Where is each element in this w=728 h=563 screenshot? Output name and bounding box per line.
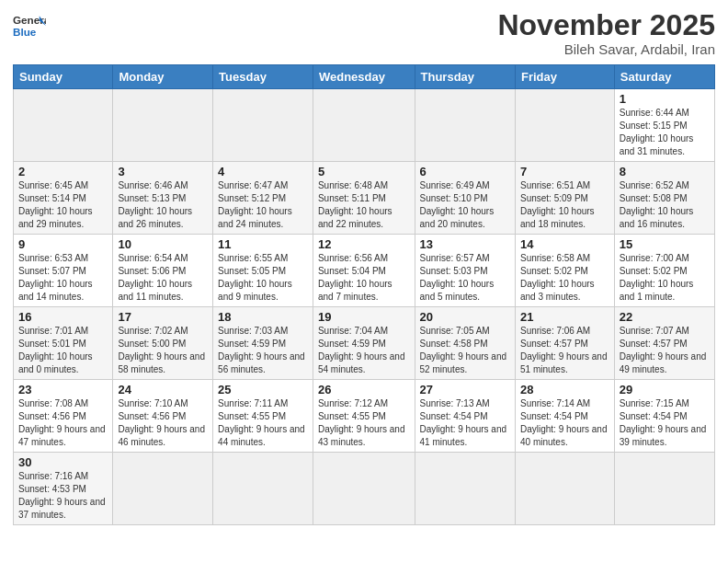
day-number: 24 bbox=[118, 383, 208, 396]
calendar-week-row: 1Sunrise: 6:44 AM Sunset: 5:15 PM Daylig… bbox=[14, 89, 715, 162]
day-info: Sunrise: 6:53 AM Sunset: 5:07 PM Dayligh… bbox=[18, 252, 108, 304]
day-number: 7 bbox=[520, 165, 609, 178]
day-info: Sunrise: 6:47 AM Sunset: 5:12 PM Dayligh… bbox=[218, 179, 308, 231]
title-area: November 2025 Bileh Savar, Ardabil, Iran bbox=[497, 9, 715, 57]
day-info: Sunrise: 6:56 AM Sunset: 5:04 PM Dayligh… bbox=[318, 252, 410, 304]
table-row: 3Sunrise: 6:46 AM Sunset: 5:13 PM Daylig… bbox=[113, 162, 213, 235]
day-number: 18 bbox=[218, 310, 308, 324]
table-row bbox=[415, 453, 515, 525]
table-row: 13Sunrise: 6:57 AM Sunset: 5:03 PM Dayli… bbox=[415, 235, 515, 307]
table-row: 18Sunrise: 7:03 AM Sunset: 4:59 PM Dayli… bbox=[213, 307, 313, 380]
table-row: 26Sunrise: 7:12 AM Sunset: 4:55 PM Dayli… bbox=[313, 380, 415, 453]
day-info: Sunrise: 7:03 AM Sunset: 4:59 PM Dayligh… bbox=[218, 325, 308, 376]
table-row bbox=[113, 89, 213, 162]
day-number: 17 bbox=[118, 310, 208, 324]
day-info: Sunrise: 7:12 AM Sunset: 4:55 PM Dayligh… bbox=[318, 397, 410, 449]
header-wednesday: Wednesday bbox=[313, 65, 415, 89]
day-number: 11 bbox=[218, 237, 308, 251]
table-row bbox=[313, 89, 415, 162]
day-info: Sunrise: 7:15 AM Sunset: 4:54 PM Dayligh… bbox=[620, 397, 710, 449]
header-friday: Friday bbox=[515, 65, 614, 89]
table-row: 6Sunrise: 6:49 AM Sunset: 5:10 PM Daylig… bbox=[415, 162, 515, 235]
day-number: 14 bbox=[520, 237, 609, 251]
table-row: 1Sunrise: 6:44 AM Sunset: 5:15 PM Daylig… bbox=[614, 89, 714, 162]
table-row: 29Sunrise: 7:15 AM Sunset: 4:54 PM Dayli… bbox=[614, 380, 714, 453]
table-row: 2Sunrise: 6:45 AM Sunset: 5:14 PM Daylig… bbox=[14, 162, 113, 235]
table-row: 17Sunrise: 7:02 AM Sunset: 5:00 PM Dayli… bbox=[113, 307, 213, 380]
header-saturday: Saturday bbox=[614, 65, 714, 89]
table-row: 30Sunrise: 7:16 AM Sunset: 4:53 PM Dayli… bbox=[14, 453, 113, 525]
header-monday: Monday bbox=[113, 65, 213, 89]
day-info: Sunrise: 7:13 AM Sunset: 4:54 PM Dayligh… bbox=[420, 397, 510, 449]
day-info: Sunrise: 7:02 AM Sunset: 5:00 PM Dayligh… bbox=[118, 325, 208, 376]
table-row: 25Sunrise: 7:11 AM Sunset: 4:55 PM Dayli… bbox=[213, 380, 313, 453]
table-row bbox=[515, 453, 614, 525]
day-info: Sunrise: 7:14 AM Sunset: 4:54 PM Dayligh… bbox=[520, 397, 609, 449]
header-sunday: Sunday bbox=[14, 65, 113, 89]
day-info: Sunrise: 6:58 AM Sunset: 5:02 PM Dayligh… bbox=[520, 252, 609, 304]
table-row bbox=[213, 453, 313, 525]
table-row: 15Sunrise: 7:00 AM Sunset: 5:02 PM Dayli… bbox=[614, 235, 714, 307]
table-row bbox=[14, 89, 113, 162]
table-row bbox=[415, 89, 515, 162]
svg-text:Blue: Blue bbox=[13, 26, 37, 38]
header-tuesday: Tuesday bbox=[213, 65, 313, 89]
calendar-week-row: 9Sunrise: 6:53 AM Sunset: 5:07 PM Daylig… bbox=[14, 235, 715, 307]
table-row: 9Sunrise: 6:53 AM Sunset: 5:07 PM Daylig… bbox=[14, 235, 113, 307]
table-row: 21Sunrise: 7:06 AM Sunset: 4:57 PM Dayli… bbox=[515, 307, 614, 380]
table-row: 14Sunrise: 6:58 AM Sunset: 5:02 PM Dayli… bbox=[515, 235, 614, 307]
table-row: 20Sunrise: 7:05 AM Sunset: 4:58 PM Dayli… bbox=[415, 307, 515, 380]
day-number: 15 bbox=[620, 237, 710, 251]
table-row: 5Sunrise: 6:48 AM Sunset: 5:11 PM Daylig… bbox=[313, 162, 415, 235]
logo: General Blue bbox=[13, 9, 46, 42]
day-number: 29 bbox=[620, 383, 710, 396]
table-row: 22Sunrise: 7:07 AM Sunset: 4:57 PM Dayli… bbox=[614, 307, 714, 380]
table-row bbox=[515, 89, 614, 162]
day-info: Sunrise: 6:52 AM Sunset: 5:08 PM Dayligh… bbox=[620, 179, 710, 231]
day-number: 21 bbox=[520, 310, 609, 324]
day-info: Sunrise: 6:54 AM Sunset: 5:06 PM Dayligh… bbox=[118, 252, 208, 304]
calendar-table: Sunday Monday Tuesday Wednesday Thursday… bbox=[13, 64, 715, 525]
day-number: 27 bbox=[420, 383, 510, 396]
table-row bbox=[213, 89, 313, 162]
page: General Blue November 2025 Bileh Savar, … bbox=[0, 0, 728, 563]
day-info: Sunrise: 6:55 AM Sunset: 5:05 PM Dayligh… bbox=[218, 252, 308, 304]
day-info: Sunrise: 7:08 AM Sunset: 4:56 PM Dayligh… bbox=[18, 397, 108, 449]
day-info: Sunrise: 6:44 AM Sunset: 5:15 PM Dayligh… bbox=[620, 107, 710, 158]
table-row: 19Sunrise: 7:04 AM Sunset: 4:59 PM Dayli… bbox=[313, 307, 415, 380]
day-number: 22 bbox=[620, 310, 710, 324]
table-row: 28Sunrise: 7:14 AM Sunset: 4:54 PM Dayli… bbox=[515, 380, 614, 453]
table-row: 23Sunrise: 7:08 AM Sunset: 4:56 PM Dayli… bbox=[14, 380, 113, 453]
calendar-header-row: Sunday Monday Tuesday Wednesday Thursday… bbox=[14, 65, 715, 89]
day-number: 1 bbox=[620, 92, 710, 106]
day-number: 23 bbox=[18, 383, 108, 396]
table-row: 24Sunrise: 7:10 AM Sunset: 4:56 PM Dayli… bbox=[113, 380, 213, 453]
calendar-week-row: 2Sunrise: 6:45 AM Sunset: 5:14 PM Daylig… bbox=[14, 162, 715, 235]
day-info: Sunrise: 7:01 AM Sunset: 5:01 PM Dayligh… bbox=[18, 325, 108, 376]
table-row: 11Sunrise: 6:55 AM Sunset: 5:05 PM Dayli… bbox=[213, 235, 313, 307]
day-number: 10 bbox=[118, 237, 208, 251]
day-number: 30 bbox=[18, 455, 108, 469]
day-number: 25 bbox=[218, 383, 308, 396]
day-info: Sunrise: 6:51 AM Sunset: 5:09 PM Dayligh… bbox=[520, 179, 609, 231]
day-info: Sunrise: 6:45 AM Sunset: 5:14 PM Dayligh… bbox=[18, 179, 108, 231]
day-info: Sunrise: 7:00 AM Sunset: 5:02 PM Dayligh… bbox=[620, 252, 710, 304]
table-row: 12Sunrise: 6:56 AM Sunset: 5:04 PM Dayli… bbox=[313, 235, 415, 307]
header: General Blue November 2025 Bileh Savar, … bbox=[13, 9, 715, 57]
table-row: 7Sunrise: 6:51 AM Sunset: 5:09 PM Daylig… bbox=[515, 162, 614, 235]
table-row: 27Sunrise: 7:13 AM Sunset: 4:54 PM Dayli… bbox=[415, 380, 515, 453]
day-number: 8 bbox=[620, 165, 710, 178]
calendar-week-row: 30Sunrise: 7:16 AM Sunset: 4:53 PM Dayli… bbox=[14, 453, 715, 525]
day-info: Sunrise: 7:05 AM Sunset: 4:58 PM Dayligh… bbox=[420, 325, 510, 376]
month-title: November 2025 bbox=[497, 9, 715, 41]
day-info: Sunrise: 7:07 AM Sunset: 4:57 PM Dayligh… bbox=[620, 325, 710, 376]
calendar-week-row: 16Sunrise: 7:01 AM Sunset: 5:01 PM Dayli… bbox=[14, 307, 715, 380]
day-number: 26 bbox=[318, 383, 410, 396]
day-number: 28 bbox=[520, 383, 609, 396]
day-info: Sunrise: 6:49 AM Sunset: 5:10 PM Dayligh… bbox=[420, 179, 510, 231]
day-number: 16 bbox=[18, 310, 108, 324]
day-info: Sunrise: 7:16 AM Sunset: 4:53 PM Dayligh… bbox=[18, 470, 108, 522]
day-info: Sunrise: 7:11 AM Sunset: 4:55 PM Dayligh… bbox=[218, 397, 308, 449]
day-number: 3 bbox=[118, 165, 208, 178]
day-number: 19 bbox=[318, 310, 410, 324]
